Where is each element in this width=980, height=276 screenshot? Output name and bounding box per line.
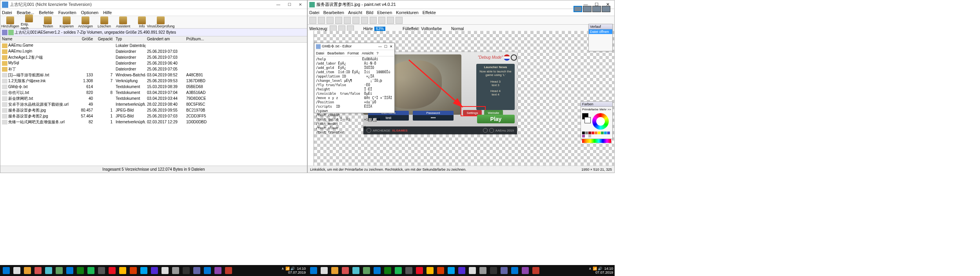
- taskbar-app-button[interactable]: [150, 266, 159, 275]
- table-row[interactable]: MySql Dateiordner 25.06.2019 06:40: [0, 60, 307, 66]
- nav-back-icon[interactable]: [2, 30, 7, 35]
- table-row[interactable]: 服务器设置参考图2.jpg 57.464 1 JPEG-Bild 25.06.2…: [0, 113, 307, 119]
- taskbar-right[interactable]: ∧ 📶 🔊 14:10 07.07.2019: [307, 265, 615, 276]
- column-headers[interactable]: Name Größe Gepackt Typ Geändert am Prüfs…: [0, 36, 307, 43]
- ruler-icon[interactable]: [396, 17, 403, 24]
- taskbar-app-button[interactable]: [129, 266, 138, 275]
- col-name[interactable]: Name: [0, 36, 75, 42]
- taskbar-app-button[interactable]: [12, 266, 22, 275]
- menu-item[interactable]: Bearbeiten: [323, 10, 344, 15]
- menu-item[interactable]: Ebenen: [377, 10, 392, 15]
- titlebar[interactable]: 上古纪元001 (Nicht lizenzierte Testversion) …: [0, 0, 307, 9]
- taskbar-app-button[interactable]: [309, 266, 318, 275]
- notepad-title[interactable]: GM命令.txt - Editor — ☐ ✕: [314, 43, 394, 50]
- new-icon[interactable]: [309, 17, 316, 24]
- toolbar-button[interactable]: Entp. nach: [21, 14, 37, 30]
- palette-swatch[interactable]: [601, 132, 604, 134]
- toolbar-button[interactable]: Testen: [40, 16, 56, 28]
- table-row[interactable]: ArcheAge1.2客户端 Dateiordner 25.06.2019 07…: [0, 54, 307, 60]
- fill-value[interactable]: Volltonfarbe: [421, 27, 442, 31]
- document-thumbnails[interactable]: [573, 6, 610, 12]
- secondary-swatch[interactable]: [584, 117, 591, 123]
- taskbar-app-button[interactable]: [97, 266, 106, 275]
- pathbar[interactable]: 上古纪元001\AEServer1.2 - solides 7-Zip Volu…: [0, 29, 307, 36]
- taskbar-left[interactable]: ∧ 📶 🔊 14:10 07.07.2019: [0, 265, 307, 276]
- system-tray[interactable]: ∧ 📶 🔊 14:10 07.07.2019: [589, 267, 613, 274]
- toolbar-button[interactable]: Hinzufügen: [2, 16, 18, 28]
- taskbar-app-button[interactable]: [181, 266, 191, 275]
- close-button[interactable]: ✕: [390, 45, 393, 49]
- hue-strip[interactable]: [582, 139, 611, 143]
- col-type[interactable]: Typ: [114, 36, 145, 42]
- col-date[interactable]: Geändert am: [145, 36, 185, 42]
- palette-swatch[interactable]: [592, 132, 594, 134]
- menu-item[interactable]: Datei: [2, 10, 12, 15]
- blend-value[interactable]: Normal: [451, 27, 464, 31]
- taskbar-app-button[interactable]: [213, 266, 223, 275]
- taskbar-app-button[interactable]: [499, 266, 509, 275]
- taskbar-app-button[interactable]: [436, 266, 445, 275]
- cut-icon[interactable]: [344, 17, 351, 24]
- palette-swatch[interactable]: [582, 135, 585, 137]
- table-row[interactable]: 补丁 Dateiordner 25.06.2019 07:05: [0, 66, 307, 72]
- history-item[interactable]: Datei öffnen: [589, 29, 612, 34]
- palette-swatch[interactable]: [598, 132, 601, 134]
- toolbar-button[interactable]: Anzeigen: [77, 16, 94, 28]
- table-row[interactable]: [1]—端手游导航图标.txt 133 7 Windows-Batchda...…: [0, 72, 307, 78]
- taskbar-app-button[interactable]: [521, 266, 530, 275]
- play-button[interactable]: Play: [477, 115, 515, 123]
- titlebar[interactable]: 服务器设置参考图1.jpg - paint.net v4.0.21 — ☐ ✕: [308, 0, 614, 9]
- taskbar-app-button[interactable]: [468, 266, 477, 275]
- menu-item[interactable]: Bild: [366, 10, 373, 15]
- taskbar-app-button[interactable]: [341, 266, 350, 275]
- taskbar-app-button[interactable]: [44, 266, 53, 275]
- taskbar-app-button[interactable]: [478, 266, 488, 275]
- menu-item[interactable]: Favoriten: [58, 10, 76, 15]
- taskbar-app-button[interactable]: [86, 266, 96, 275]
- taskbar-app-button[interactable]: [23, 266, 32, 275]
- table-row[interactable]: 1.2无限客户端exe.lnk 1.308 7 Verknüpfung 25.0…: [0, 78, 307, 84]
- taskbar-app-button[interactable]: [319, 266, 329, 275]
- taskbar-app-button[interactable]: [192, 266, 201, 275]
- taskbar-app-button[interactable]: [33, 266, 43, 275]
- table-row[interactable]: 先锋一站式网吧无盘增值服务.url 82 1 Internetverknüpfu…: [0, 119, 307, 125]
- toolbar-button[interactable]: VirusÜberprüfung: [152, 16, 169, 28]
- table-row[interactable]: AAEmu.Login Dateiordner 25.06.2019 07:03: [0, 49, 307, 54]
- history-panel[interactable]: Verlauf Datei öffnen: [588, 24, 613, 51]
- taskbar-app-button[interactable]: [372, 266, 382, 275]
- taskbar-app-button[interactable]: [160, 266, 170, 275]
- password-input[interactable]: ••••: [413, 115, 454, 121]
- tray-clock[interactable]: ∧ 📶 🔊 14:10 07.07.2019: [281, 267, 306, 274]
- taskbar-app-button[interactable]: [351, 266, 361, 275]
- table-row[interactable]: AAEmu.Game Lokaler Datenträger: [0, 43, 307, 49]
- taskbar-app-button[interactable]: [107, 266, 117, 275]
- taskbar-app-button[interactable]: [118, 266, 127, 275]
- notepad-body[interactable]: /help ËùÓÐÃüÁî /add_labor ÊýÁ¿ Àí·Ñ·Ö /a…: [314, 56, 394, 135]
- language-flag-icon[interactable]: [504, 54, 510, 61]
- palette-swatch[interactable]: [604, 132, 607, 134]
- menu-item[interactable]: Optionen: [81, 10, 99, 15]
- menu-item[interactable]: Befehle: [39, 10, 53, 15]
- taskbar-app-button[interactable]: [457, 266, 466, 275]
- menu-item[interactable]: Datei: [309, 10, 319, 15]
- menu-item[interactable]: ?: [377, 51, 379, 55]
- close-button[interactable]: ✕: [295, 1, 305, 8]
- taskbar-app-button[interactable]: [489, 266, 498, 275]
- taskbar-app-button[interactable]: [224, 266, 233, 275]
- system-tray[interactable]: ∧ 📶 🔊 14:10 07.07.2019: [281, 267, 306, 274]
- menu-item[interactable]: Format: [348, 51, 359, 55]
- menu-item[interactable]: Korrekturen: [396, 10, 418, 15]
- undo-icon[interactable]: [370, 17, 377, 24]
- menu-item[interactable]: Bearbeiten: [327, 51, 345, 55]
- grid-icon[interactable]: [387, 17, 394, 24]
- toolbar-button[interactable]: Assistent: [115, 16, 131, 28]
- palette-swatch[interactable]: [585, 135, 588, 137]
- palette-swatch[interactable]: [607, 132, 610, 134]
- toolbar-button[interactable]: Kopieren: [58, 16, 75, 28]
- thumb[interactable]: [583, 6, 592, 12]
- open-icon[interactable]: [318, 17, 325, 24]
- canvas[interactable]: "Debug Mode" Launcher News Now able to l…: [363, 52, 517, 134]
- maximize-button[interactable]: ☐: [284, 1, 294, 8]
- table-row[interactable]: 你也可以.txt 820 8 Textdokument 03.04.2019 0…: [0, 90, 307, 96]
- nav-up-icon[interactable]: [8, 30, 14, 35]
